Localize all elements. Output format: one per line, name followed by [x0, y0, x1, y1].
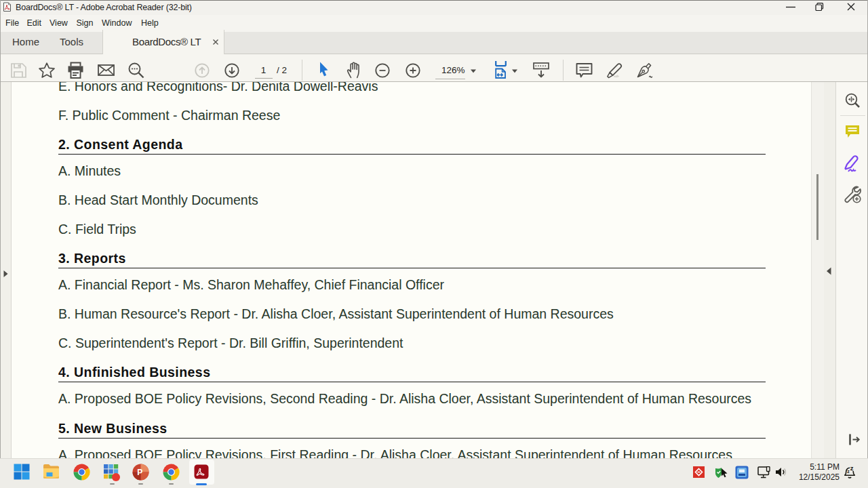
svg-text:z: z	[847, 469, 850, 474]
svg-text:P: P	[137, 468, 142, 477]
svg-text:z: z	[850, 465, 854, 472]
